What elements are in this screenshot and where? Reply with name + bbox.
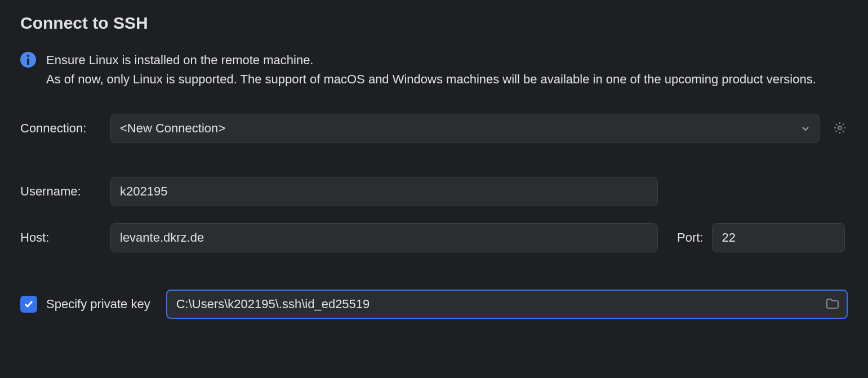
connection-settings-button[interactable] <box>832 121 848 136</box>
chevron-down-icon <box>801 124 810 133</box>
svg-point-0 <box>27 55 29 57</box>
browse-private-key-button[interactable] <box>824 296 841 313</box>
connection-value: <New Connection> <box>120 121 225 136</box>
info-text: Ensure Linux is installed on the remote … <box>46 51 816 89</box>
username-input[interactable] <box>110 177 658 206</box>
connection-dropdown[interactable]: <New Connection> <box>110 114 820 143</box>
private-key-input[interactable] <box>166 290 848 319</box>
gear-icon <box>833 121 847 136</box>
info-icon <box>20 52 36 68</box>
port-label: Port: <box>677 230 703 245</box>
connection-label: Connection: <box>20 121 110 136</box>
host-label: Host: <box>20 230 110 245</box>
host-input[interactable] <box>110 223 658 252</box>
port-input[interactable] <box>712 223 845 252</box>
dialog-title: Connect to SSH <box>20 14 848 33</box>
folder-icon <box>826 298 839 311</box>
specify-private-key-label: Specify private key <box>46 297 150 312</box>
info-line1: Ensure Linux is installed on the remote … <box>46 53 816 86</box>
specify-private-key-checkbox[interactable] <box>20 296 37 313</box>
svg-rect-1 <box>27 59 29 65</box>
info-banner: Ensure Linux is installed on the remote … <box>20 51 848 89</box>
username-label: Username: <box>20 184 110 199</box>
svg-point-2 <box>838 126 842 130</box>
